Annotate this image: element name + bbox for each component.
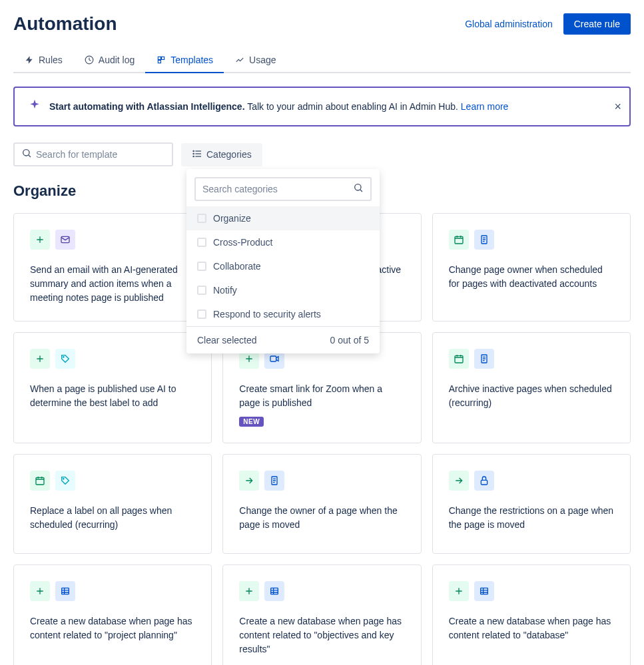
calendar-icon xyxy=(30,471,50,491)
search-box[interactable] xyxy=(13,142,173,166)
category-option-organize[interactable]: Organize xyxy=(186,206,380,230)
card-icons xyxy=(30,349,195,369)
card-text: Send an email with an AI-generated summa… xyxy=(30,263,195,305)
option-label: Collaborate xyxy=(213,261,261,272)
clear-selected-button[interactable]: Clear selected xyxy=(197,335,257,345)
sparkle-icon xyxy=(28,99,41,114)
database-icon xyxy=(264,581,284,601)
card-text: Change page owner when scheduled for pag… xyxy=(449,263,614,291)
option-label: Cross-Product xyxy=(213,237,272,248)
banner-text: Start automating with Atlassian Intellig… xyxy=(49,101,616,112)
chart-icon xyxy=(234,55,245,65)
calendar-icon xyxy=(449,230,469,250)
svg-rect-20 xyxy=(36,477,44,485)
dropdown-footer: Clear selected 0 out of 5 xyxy=(186,326,380,353)
category-option-collaborate[interactable]: Collaborate xyxy=(186,254,380,278)
banner-msg: Talk to your admin about enabling AI in … xyxy=(245,101,461,112)
categories-search-input[interactable] xyxy=(202,184,353,194)
header-actions: Global administration Create rule xyxy=(465,13,631,35)
search-input[interactable] xyxy=(36,149,165,160)
option-label: Organize xyxy=(213,213,251,224)
option-label: Notify xyxy=(213,285,237,296)
checkbox-icon xyxy=(197,262,206,271)
mail-icon xyxy=(55,230,75,250)
close-icon[interactable]: × xyxy=(614,100,621,114)
card-icons xyxy=(449,581,614,601)
list-icon xyxy=(192,148,202,161)
tab-label: Rules xyxy=(39,55,63,65)
tab-templates[interactable]: Templates xyxy=(145,48,224,73)
template-card[interactable]: Replace a label on all pages when schedu… xyxy=(13,454,212,554)
category-option-notify[interactable]: Notify xyxy=(186,278,380,302)
card-icons xyxy=(30,230,195,250)
template-card[interactable]: Change the owner of a page when the page… xyxy=(222,454,421,554)
plus-icon xyxy=(239,581,259,601)
new-badge: NEW xyxy=(239,417,264,427)
card-text: Change the restrictions on a page when t… xyxy=(449,504,614,532)
search-icon xyxy=(21,148,32,161)
tab-label: Audit log xyxy=(99,55,135,65)
template-card[interactable]: When a page is published use AI to deter… xyxy=(13,332,212,443)
category-option-cross-product[interactable]: Cross-Product xyxy=(186,230,380,254)
category-option-security[interactable]: Respond to security alerts xyxy=(186,302,380,326)
tag-icon xyxy=(55,471,75,491)
tab-audit-log[interactable]: Audit log xyxy=(73,48,145,73)
svg-rect-2 xyxy=(162,57,164,59)
template-card[interactable]: Change the restrictions on a page when t… xyxy=(432,454,631,554)
svg-point-8 xyxy=(193,150,194,151)
dropdown-search[interactable] xyxy=(194,177,372,201)
tab-usage[interactable]: Usage xyxy=(224,48,286,73)
card-text: Create a new database when page has cont… xyxy=(449,614,614,642)
checkbox-icon xyxy=(197,214,206,223)
card-text: Create smart link for Zoom when a page i… xyxy=(239,382,404,410)
template-card[interactable]: Send an email with an AI-generated summa… xyxy=(13,213,212,322)
create-rule-button[interactable]: Create rule xyxy=(563,13,631,35)
svg-rect-18 xyxy=(455,355,463,363)
doc-icon xyxy=(264,471,284,491)
database-icon xyxy=(55,581,75,601)
svg-rect-14 xyxy=(455,236,463,244)
global-admin-link[interactable]: Global administration xyxy=(465,19,553,29)
svg-rect-26 xyxy=(480,588,487,594)
selection-count: 0 out of 5 xyxy=(330,335,369,345)
card-text: Create a new database when page has cont… xyxy=(30,614,195,642)
svg-rect-3 xyxy=(159,61,161,63)
tab-label: Usage xyxy=(249,55,276,65)
template-card[interactable]: Archive inactive pages when scheduled (r… xyxy=(432,332,631,443)
doc-icon xyxy=(474,349,494,369)
template-card[interactable]: Create a new database when page has cont… xyxy=(432,564,631,665)
card-icons xyxy=(239,471,404,491)
tag-icon xyxy=(55,349,75,369)
categories-button[interactable]: Categories xyxy=(181,143,262,166)
tabs: Rules Audit log Templates Usage xyxy=(13,48,631,73)
bolt-icon xyxy=(24,55,35,65)
plus-icon xyxy=(30,349,50,369)
calendar-icon xyxy=(449,349,469,369)
controls-row: Categories Organize Cross-Product Collab… xyxy=(13,142,631,166)
card-icons xyxy=(449,471,614,491)
checkbox-icon xyxy=(197,238,206,247)
tab-label: Templates xyxy=(170,55,213,65)
arrow-icon xyxy=(449,471,469,491)
lock-icon xyxy=(474,471,494,491)
svg-point-9 xyxy=(193,153,194,154)
database-icon xyxy=(474,581,494,601)
svg-point-16 xyxy=(63,357,64,357)
svg-point-11 xyxy=(355,184,361,190)
svg-rect-17 xyxy=(270,356,276,361)
card-icons xyxy=(449,230,614,250)
tab-rules[interactable]: Rules xyxy=(13,48,73,73)
checkbox-icon xyxy=(197,310,206,319)
ai-banner: Start automating with Atlassian Intellig… xyxy=(13,87,631,126)
banner-bold: Start automating with Atlassian Intellig… xyxy=(49,101,245,112)
learn-more-link[interactable]: Learn more xyxy=(461,101,509,112)
search-icon xyxy=(353,182,364,196)
template-card[interactable]: Create a new database when page has cont… xyxy=(222,564,421,665)
svg-rect-1 xyxy=(159,57,161,59)
svg-rect-25 xyxy=(271,588,278,594)
card-icons xyxy=(449,349,614,369)
template-card[interactable]: Change page owner when scheduled for pag… xyxy=(432,213,631,322)
svg-point-21 xyxy=(63,479,64,479)
svg-point-10 xyxy=(193,156,194,156)
template-card[interactable]: Create a new database when page has cont… xyxy=(13,564,212,665)
